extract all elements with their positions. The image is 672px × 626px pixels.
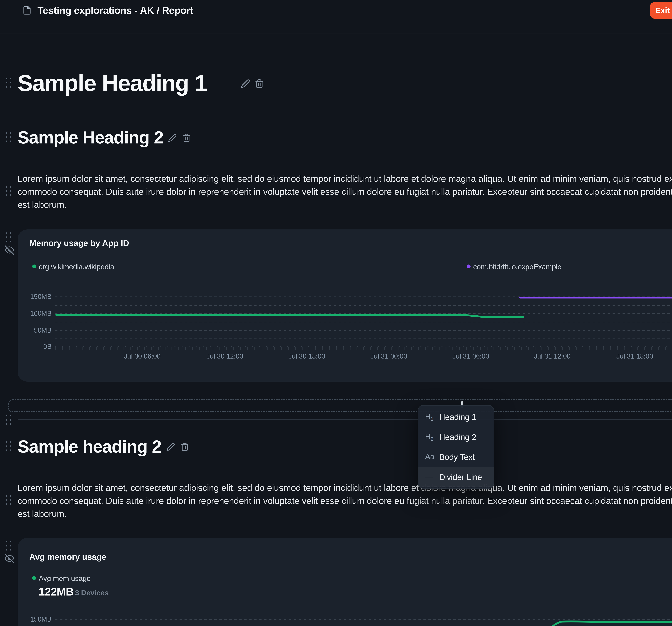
eye-off-icon[interactable] (5, 554, 14, 563)
drag-handle-icon[interactable] (6, 132, 11, 142)
memory-usage-chart-plot (18, 229, 672, 382)
drag-handle-icon[interactable] (6, 415, 11, 425)
drop-zone-indicator (8, 399, 672, 412)
heading2b-block: Sample heading 2 (18, 436, 161, 457)
trash-icon[interactable] (182, 133, 191, 142)
series-line-wikipedia (56, 315, 524, 317)
drag-handle-icon[interactable] (6, 441, 11, 451)
x-axis-tick: Jul 31 00:00 (370, 352, 407, 360)
series-line-avg-mem (541, 621, 672, 626)
exit-edit-mode-button[interactable]: Exit Edit Mode (650, 2, 672, 19)
drag-handle-icon[interactable] (6, 232, 11, 242)
h1-icon: H1 (425, 412, 439, 422)
h2-icon: H2 (425, 432, 439, 442)
trash-icon[interactable] (181, 443, 189, 451)
avg-memory-usage-chart-card: Avg memory usage Avg mem usage 122MB 3 D… (18, 538, 672, 626)
memory-usage-chart-card: Memory usage by App ID org.wikimedia.wik… (18, 229, 672, 382)
drag-handle-icon[interactable] (6, 186, 11, 196)
edit-pencil-icon[interactable] (166, 443, 175, 451)
x-axis-tick: Jul 31 06:00 (453, 352, 489, 360)
dash-icon: — (425, 472, 439, 482)
menu-item-heading2[interactable]: H2 Heading 2 (418, 427, 494, 447)
menu-item-heading1[interactable]: H1 Heading 1 (418, 407, 494, 427)
top-bar: Testing explorations - AK / Report Exit … (0, 0, 672, 33)
divider-line-block (18, 419, 672, 420)
aa-icon: Aa (425, 452, 439, 462)
heading1-block: Sample Heading 1 (18, 70, 207, 97)
x-axis-tick: Jul 31 12:00 (534, 352, 571, 360)
menu-item-body-text[interactable]: Aa Body Text (418, 447, 494, 467)
avg-memory-chart-plot (18, 538, 672, 626)
page-title: Testing explorations - AK / Report (38, 5, 193, 16)
x-axis-tick: Jul 31 18:00 (617, 352, 653, 360)
x-axis-tick: Jul 30 06:00 (124, 352, 161, 360)
drag-handle-icon[interactable] (6, 495, 11, 505)
trash-icon[interactable] (255, 79, 264, 89)
x-axis-tick: Jul 30 18:00 (289, 352, 325, 360)
report-edit-page: Testing explorations - AK / Report Exit … (0, 0, 672, 626)
body-text-block: Lorem ipsum dolor sit amet, consectetur … (18, 481, 672, 520)
x-axis-tick: Jul 30 12:00 (207, 352, 243, 360)
insert-block-menu: H1 Heading 1 H2 Heading 2 Aa Body Text —… (417, 405, 494, 489)
document-icon (22, 5, 32, 17)
menu-item-divider-line[interactable]: — Divider Line (418, 467, 494, 487)
edit-pencil-icon[interactable] (168, 133, 177, 142)
drag-handle-icon[interactable] (6, 541, 11, 551)
body-text-block: Lorem ipsum dolor sit amet, consectetur … (18, 172, 672, 211)
drag-handle-icon[interactable] (6, 78, 11, 87)
report-canvas: Sample Heading 1 Sample Heading 2 Lorem … (0, 33, 672, 626)
eye-off-icon[interactable] (5, 245, 14, 255)
edit-pencil-icon[interactable] (241, 79, 250, 89)
heading2-block: Sample Heading 2 (18, 127, 163, 148)
